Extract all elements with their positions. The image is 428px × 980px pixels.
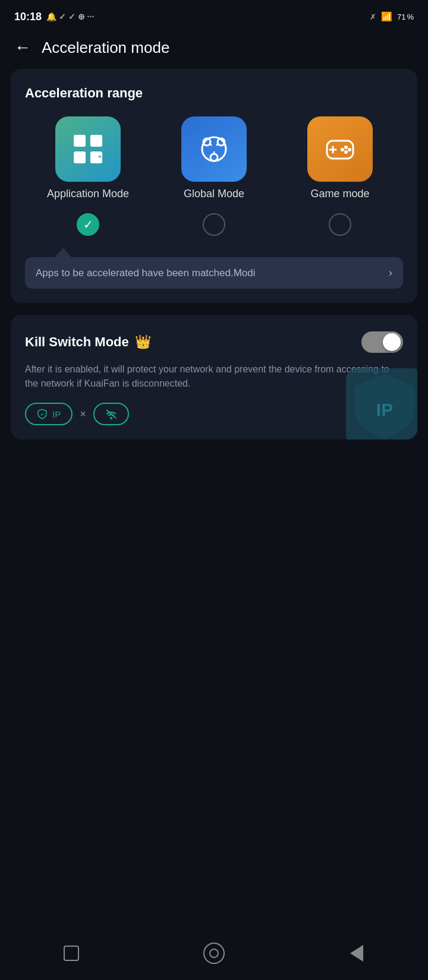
x-separator: × — [80, 408, 86, 421]
global-mode-icon — [195, 130, 233, 168]
kill-switch-title: Kill Switch Mode — [25, 334, 129, 350]
modes-row: Application Mode Global Mode — [25, 116, 403, 200]
svg-rect-1 — [90, 135, 102, 147]
svg-point-22 — [110, 417, 112, 419]
svg-line-10 — [216, 144, 218, 146]
kill-switch-title-row: Kill Switch Mode 👑 — [25, 334, 151, 350]
acceleration-range-title: Acceleration range — [25, 86, 403, 101]
circle-icon — [203, 943, 225, 964]
ip-badge-label: IP — [52, 409, 61, 419]
game-mode-icon — [321, 130, 359, 168]
ip-badge-button[interactable]: IP IP — [25, 403, 73, 425]
radio-global[interactable] — [151, 213, 277, 236]
info-text: Apps to be accelerated have been matched… — [36, 267, 384, 279]
radio-application[interactable]: ✓ — [25, 213, 151, 236]
nav-back-button[interactable] — [339, 938, 374, 968]
svg-line-9 — [210, 144, 212, 146]
toggle-knob — [383, 333, 401, 351]
status-right-icons: ✗ 📶 71 % — [370, 11, 414, 22]
info-triangle — [55, 248, 71, 257]
status-bar: 10:18 🔔 ✓ ✓ ⊕ ··· ✗ 📶 71 % — [0, 0, 428, 31]
mode-global[interactable]: Global Mode — [151, 116, 277, 200]
back-button[interactable]: ← — [14, 38, 31, 57]
radio-game-circle[interactable] — [329, 213, 351, 236]
global-mode-label: Global Mode — [184, 188, 244, 200]
mode-application[interactable]: Application Mode — [25, 116, 151, 200]
radio-application-circle[interactable]: ✓ — [77, 213, 99, 236]
kill-switch-toggle[interactable] — [361, 331, 403, 353]
nav-home-button[interactable] — [196, 938, 232, 968]
wifi-badge-button[interactable] — [93, 403, 129, 425]
global-mode-icon-bg — [181, 116, 247, 182]
circle-inner-icon — [209, 949, 219, 958]
svg-point-15 — [344, 146, 348, 149]
ip-shield-badge-icon: IP — [37, 409, 48, 419]
radio-row: ✓ — [25, 213, 403, 236]
kill-switch-card: IP Kill Switch Mode 👑 After it is enable… — [11, 315, 417, 440]
svg-point-5 — [202, 137, 226, 161]
sim-icon: ✗ — [370, 12, 376, 21]
ip-shield-icon: IP — [346, 368, 417, 440]
battery-unit: % — [407, 12, 414, 21]
app-mode-icon-bg — [55, 116, 121, 182]
nav-bar — [0, 932, 428, 980]
nav-square-button[interactable] — [54, 938, 89, 968]
acceleration-range-card: Acceleration range Application Mode — [11, 69, 417, 303]
wifi-icon: 📶 — [381, 11, 392, 22]
app-mode-label: Application Mode — [47, 188, 129, 200]
kill-switch-header: Kill Switch Mode 👑 — [25, 331, 403, 353]
svg-rect-2 — [74, 151, 86, 163]
game-mode-label: Game mode — [310, 188, 369, 200]
mode-game[interactable]: Game mode — [277, 116, 403, 200]
svg-text:IP: IP — [40, 413, 44, 416]
info-box[interactable]: Apps to be accelerated have been matched… — [25, 257, 403, 289]
info-box-wrapper: Apps to be accelerated have been matched… — [25, 248, 403, 289]
triangle-icon — [350, 945, 363, 962]
status-time: 10:18 🔔 ✓ ✓ ⊕ ··· — [14, 11, 94, 23]
battery-indicator: 71 % — [397, 12, 414, 21]
svg-point-17 — [341, 148, 344, 151]
game-mode-icon-bg — [307, 116, 373, 182]
svg-point-8 — [210, 154, 218, 161]
svg-text:IP: IP — [376, 400, 393, 419]
page-title: Acceleration mode — [42, 39, 169, 57]
ip-watermark: IP — [346, 368, 417, 440]
square-icon — [64, 946, 79, 961]
info-chevron-icon: › — [389, 267, 392, 279]
radio-global-circle[interactable] — [203, 213, 225, 236]
crown-icon: 👑 — [135, 334, 151, 350]
battery-level: 71 — [397, 12, 405, 21]
app-mode-icon — [70, 131, 106, 167]
page-header: ← Acceleration mode — [0, 31, 428, 69]
main-content: Acceleration range Application Mode — [0, 69, 428, 440]
radio-application-check: ✓ — [83, 217, 93, 232]
time-display: 10:18 — [14, 11, 42, 23]
radio-game[interactable] — [277, 213, 403, 236]
wifi-off-badge-icon — [105, 409, 117, 419]
svg-rect-0 — [74, 135, 86, 147]
svg-point-16 — [348, 148, 351, 151]
svg-point-18 — [344, 150, 348, 154]
status-icons: 🔔 ✓ ✓ ⊕ ··· — [46, 12, 94, 21]
